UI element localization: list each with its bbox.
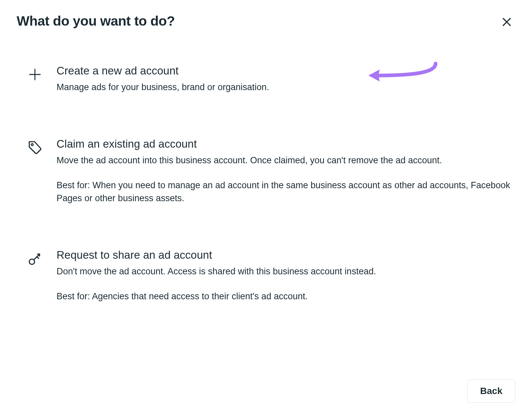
option-content: Claim an existing ad account Move the ad… <box>45 137 515 205</box>
option-description: Move the ad account into this business a… <box>57 154 515 167</box>
dialog-header: What do you want to do? <box>17 13 515 31</box>
options-list: Create a new ad account Manage ads for y… <box>17 64 515 303</box>
option-request-share-ad-account[interactable]: Request to share an ad account Don't mov… <box>25 248 515 303</box>
option-claim-existing-ad-account[interactable]: Claim an existing ad account Move the ad… <box>25 137 515 205</box>
option-content: Request to share an ad account Don't mov… <box>45 248 515 303</box>
dialog-footer: Back <box>467 379 515 403</box>
option-title: Create a new ad account <box>57 64 515 78</box>
option-create-new-ad-account[interactable]: Create a new ad account Manage ads for y… <box>25 64 515 94</box>
option-description: Manage ads for your business, brand or o… <box>57 81 515 94</box>
plus-icon <box>25 64 45 82</box>
close-button[interactable] <box>498 13 515 31</box>
option-title: Request to share an ad account <box>57 248 515 262</box>
back-button[interactable]: Back <box>467 379 515 403</box>
option-content: Create a new ad account Manage ads for y… <box>45 64 515 94</box>
option-description: Don't move the ad account. Access is sha… <box>57 265 515 278</box>
option-title: Claim an existing ad account <box>57 137 515 151</box>
dialog: What do you want to do? Create a new ad … <box>0 0 532 416</box>
option-bestfor: Best for: Agencies that need access to t… <box>57 290 515 303</box>
dialog-title: What do you want to do? <box>17 13 175 29</box>
close-icon <box>501 16 513 28</box>
tag-icon <box>25 137 45 156</box>
svg-point-0 <box>31 144 33 146</box>
option-bestfor: Best for: When you need to manage an ad … <box>57 179 515 205</box>
key-icon <box>25 248 45 267</box>
